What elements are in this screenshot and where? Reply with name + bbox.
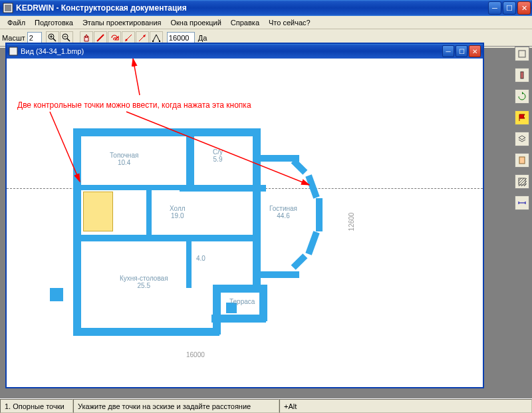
- svg-rect-11: [9, 47, 17, 55]
- child-titlebar: Вид (34-34_1.bmp) ─ ☐ ✕: [7, 44, 483, 59]
- menubar: Файл Подготовка Этапы проектирования Окн…: [0, 16, 532, 29]
- maximize-button[interactable]: ☐: [503, 1, 516, 15]
- room-su-area: 5.9: [213, 156, 223, 163]
- zoom-in-icon: [48, 33, 57, 43]
- two-points-icon: [152, 33, 161, 43]
- status-cell-1: 1. Опорные точки: [0, 399, 73, 413]
- rtool-7[interactable]: [515, 174, 529, 189]
- rtool-3[interactable]: [515, 89, 529, 104]
- doc-icon: [517, 156, 527, 165]
- zoom-out-icon: [62, 33, 71, 43]
- room-gostinaya-name: Гостиная: [269, 205, 297, 212]
- svg-rect-8: [521, 72, 523, 78]
- child-canvas[interactable]: Две контрольные точки можно ввести, когд…: [7, 59, 483, 387]
- hatch-icon: [517, 177, 527, 186]
- mdi-workspace: Вид (34-34_1.bmp) ─ ☐ ✕ Две контрольные …: [0, 48, 532, 398]
- rtool-4[interactable]: [515, 110, 529, 125]
- titlebar: KEDRWIN - Конструкторская документация ─…: [0, 0, 532, 16]
- close-button[interactable]: ✕: [517, 1, 531, 15]
- right-tool-palette: [515, 47, 531, 210]
- layers-icon: [517, 134, 527, 144]
- window-title: KEDRWIN - Конструкторская документация: [16, 3, 488, 13]
- app-icon: [3, 3, 13, 13]
- dimension-icon: [517, 198, 527, 207]
- child-minimize-button[interactable]: ─: [442, 45, 454, 57]
- svg-rect-7: [519, 51, 525, 57]
- status-cell-2: Укажите две точки на эскизе и задайте ра…: [73, 399, 279, 413]
- dim-width: 16000: [186, 351, 205, 358]
- da-label[interactable]: Да: [198, 34, 207, 42]
- column-icon: [517, 70, 527, 80]
- room-holl-name: Холл: [170, 205, 186, 212]
- child-title: Вид (34-34_1.bmp): [21, 47, 442, 55]
- refresh-icon: [517, 92, 527, 101]
- room-kuhnya-area: 25.5: [138, 282, 150, 289]
- stairs: [83, 192, 113, 231]
- svg-point-4: [143, 35, 145, 37]
- flag-icon: [517, 113, 527, 122]
- hand-icon: [82, 33, 91, 43]
- room-kuhnya-name: Кухня-столовая: [120, 275, 168, 282]
- menu-stages[interactable]: Этапы проектирования: [78, 17, 166, 28]
- svg-point-3: [125, 39, 127, 41]
- room-topochnaya-area: 10.4: [118, 159, 130, 166]
- child-maximize-button[interactable]: ☐: [456, 45, 467, 57]
- menu-podgotovka[interactable]: Подготовка: [30, 17, 78, 28]
- rtool-2[interactable]: [515, 68, 529, 82]
- child-icon: [9, 47, 18, 56]
- menu-projections[interactable]: Окна проекций: [166, 17, 226, 28]
- dim-height: 12600: [348, 213, 355, 231]
- svg-line-12: [133, 59, 140, 95]
- palette-icon: [517, 49, 527, 59]
- point2-icon: [138, 33, 147, 43]
- menu-whatnow[interactable]: Что сейчас?: [264, 17, 315, 28]
- room-terrasa-name: Терраса: [229, 298, 255, 305]
- menu-file[interactable]: Файл: [3, 17, 30, 28]
- rtool-6[interactable]: [515, 153, 529, 168]
- room-topochnaya-name: Топочная: [110, 152, 138, 159]
- point1-icon: [124, 33, 133, 43]
- child-close-button[interactable]: ✕: [469, 45, 481, 57]
- room-su-name: С/у: [213, 148, 223, 156]
- line-red-icon: [96, 33, 105, 43]
- rtool-8[interactable]: [515, 196, 529, 210]
- status-cell-3: +Alt: [279, 399, 532, 413]
- svg-rect-10: [519, 178, 525, 185]
- redo-icon: [110, 33, 119, 43]
- room-small-area: 4.0: [196, 255, 205, 262]
- room-gostinaya-area: 44.6: [277, 212, 289, 219]
- floor-plan: Топочная10.4 С/у5.9 Холл19.0 Гостиная44.…: [47, 115, 379, 354]
- menu-help[interactable]: Справка: [226, 17, 264, 28]
- room-holl-area: 19.0: [171, 212, 184, 219]
- child-window: Вид (34-34_1.bmp) ─ ☐ ✕ Две контрольные …: [5, 43, 484, 388]
- scale-label: Масшт: [2, 34, 25, 42]
- statusbar: 1. Опорные точки Укажите две точки на эс…: [0, 398, 532, 413]
- distance-input[interactable]: [167, 32, 195, 44]
- svg-point-5: [152, 40, 154, 41]
- svg-point-6: [159, 40, 160, 41]
- rtool-5[interactable]: [515, 132, 529, 146]
- scale-input[interactable]: [27, 32, 42, 44]
- annotation-text: Две контрольные точки можно ввести, когд…: [17, 100, 251, 110]
- minimize-button[interactable]: ─: [488, 1, 501, 15]
- rtool-1[interactable]: [515, 47, 529, 61]
- svg-rect-9: [519, 157, 525, 164]
